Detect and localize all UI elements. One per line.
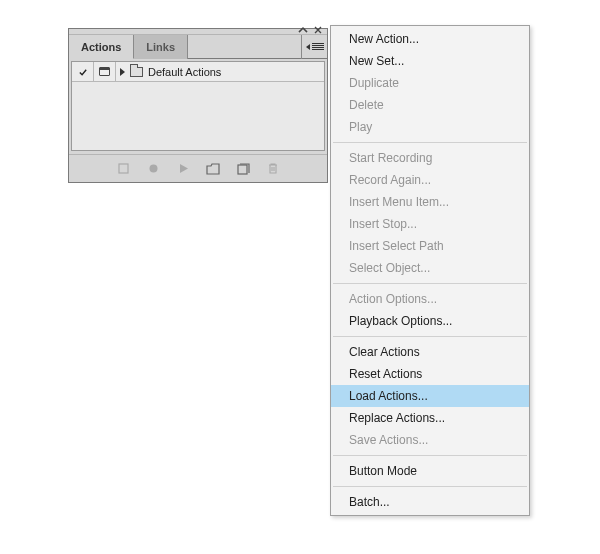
menu-item-new-set[interactable]: New Set... — [331, 50, 529, 72]
menu-item-duplicate: Duplicate — [331, 72, 529, 94]
menu-item-replace-actions[interactable]: Replace Actions... — [331, 407, 529, 429]
menu-item-start-recording: Start Recording — [331, 147, 529, 169]
menu-item-clear-actions[interactable]: Clear Actions — [331, 341, 529, 363]
menu-item-load-actions[interactable]: Load Actions... — [331, 385, 529, 407]
stop-icon[interactable] — [115, 161, 131, 177]
menu-item-insert-menu-item: Insert Menu Item... — [331, 191, 529, 213]
menu-item-save-actions: Save Actions... — [331, 429, 529, 451]
action-set-row[interactable]: Default Actions — [72, 62, 324, 82]
panel-body: Default Actions — [69, 59, 327, 154]
disclosure-icon[interactable] — [120, 68, 125, 76]
menu-separator — [333, 142, 527, 143]
menu-item-action-options: Action Options... — [331, 288, 529, 310]
toggle-dialog-checkbox[interactable] — [94, 62, 116, 81]
panel-menu-button[interactable] — [301, 35, 327, 59]
tab-links[interactable]: Links — [134, 35, 188, 59]
menu-separator — [333, 486, 527, 487]
panel-footer — [69, 154, 327, 182]
menu-separator — [333, 283, 527, 284]
menu-item-button-mode[interactable]: Button Mode — [331, 460, 529, 482]
folder-icon — [130, 67, 143, 77]
menu-item-insert-stop: Insert Stop... — [331, 213, 529, 235]
menu-item-select-object: Select Object... — [331, 257, 529, 279]
toggle-enabled-checkbox[interactable] — [72, 62, 94, 81]
record-icon[interactable] — [145, 161, 161, 177]
new-set-icon[interactable] — [205, 161, 221, 177]
action-set-label: Default Actions — [148, 66, 221, 78]
collapse-icon[interactable] — [297, 26, 308, 34]
actions-panel: Actions Links Default Actions — [68, 28, 328, 183]
menu-item-play: Play — [331, 116, 529, 138]
menu-separator — [333, 336, 527, 337]
tab-actions[interactable]: Actions — [69, 35, 134, 59]
svg-rect-0 — [119, 164, 128, 173]
close-icon[interactable] — [312, 26, 323, 34]
menu-item-reset-actions[interactable]: Reset Actions — [331, 363, 529, 385]
menu-item-insert-select-path: Insert Select Path — [331, 235, 529, 257]
dialog-icon — [99, 67, 110, 76]
check-icon — [78, 67, 88, 77]
trash-icon[interactable] — [265, 161, 281, 177]
play-icon[interactable] — [175, 161, 191, 177]
panel-flyout-menu: New Action...New Set...DuplicateDeletePl… — [330, 25, 530, 516]
panel-tabs: Actions Links — [69, 35, 327, 59]
menu-item-delete: Delete — [331, 94, 529, 116]
menu-item-record-again: Record Again... — [331, 169, 529, 191]
svg-point-1 — [149, 165, 157, 173]
menu-item-playback-options[interactable]: Playback Options... — [331, 310, 529, 332]
actions-list: Default Actions — [71, 61, 325, 151]
svg-rect-2 — [238, 165, 247, 174]
menu-separator — [333, 455, 527, 456]
menu-item-batch[interactable]: Batch... — [331, 491, 529, 513]
menu-item-new-action[interactable]: New Action... — [331, 28, 529, 50]
new-action-icon[interactable] — [235, 161, 251, 177]
